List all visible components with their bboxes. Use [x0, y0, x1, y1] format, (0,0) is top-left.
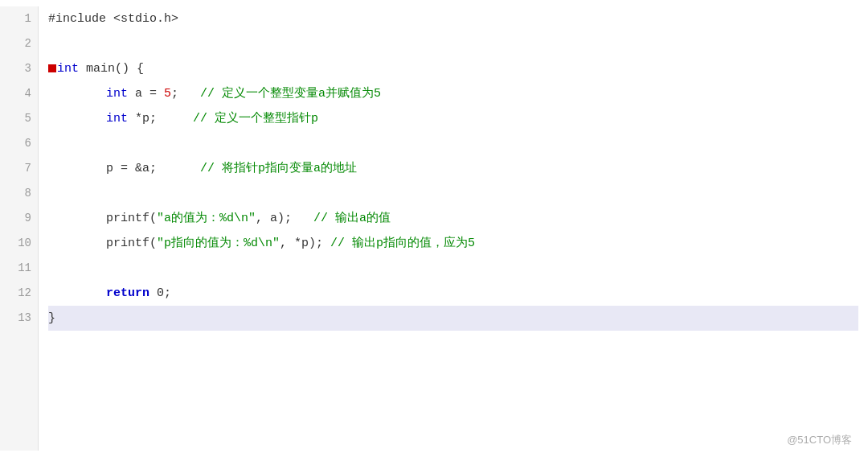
line-num-4: 4: [6, 81, 31, 106]
comment-line7: // 将指针p指向变量a的地址: [200, 156, 357, 181]
comment-line4: // 定义一个整型变量a并赋值为5: [200, 81, 381, 106]
line-num-12: 12: [6, 281, 31, 306]
code-lines: #include <stdio.h> int main() { int a = …: [39, 6, 868, 451]
printf-1-func: printf(: [106, 206, 157, 231]
type-int-p: int: [106, 106, 128, 131]
line-num-1: 1: [6, 6, 31, 31]
line-num-8: 8: [6, 181, 31, 206]
code-line-1: #include <stdio.h>: [48, 6, 858, 31]
code-line-11: [48, 256, 858, 281]
code-line-5: int *p; // 定义一个整型指针p: [48, 106, 858, 131]
code-line-6: [48, 131, 858, 156]
indent-5: [48, 106, 106, 131]
code-line-10: printf("p指向的值为：%d\n", *p); // 输出p指向的值，应为…: [48, 231, 858, 256]
assign-p: p = &a;: [106, 156, 200, 181]
line-num-9: 9: [6, 206, 31, 231]
line-num-13: 13: [6, 306, 31, 331]
keyword-return: return: [106, 281, 149, 306]
return-value: 0;: [149, 281, 171, 306]
code-line-3: int main() {: [48, 56, 858, 81]
code-line-7: p = &a; // 将指针p指向变量a的地址: [48, 156, 858, 181]
line-num-5: 5: [6, 106, 31, 131]
type-int-a: int: [106, 81, 128, 106]
pointer-p-decl: *p;: [128, 106, 193, 131]
main-func: main(): [79, 56, 137, 81]
printf-1-args: , a);: [256, 206, 313, 231]
code-area: 1 2 3 4 5 6 7 8 9 10 11 12 13 #include <…: [0, 0, 868, 457]
keyword-int-main: int: [57, 56, 79, 81]
code-line-2: [48, 31, 858, 56]
line-numbers: 1 2 3 4 5 6 7 8 9 10 11 12 13: [0, 6, 39, 451]
string-2: "p指向的值为：%d\n": [157, 231, 280, 256]
open-brace: {: [137, 56, 144, 81]
var-a-decl: a =: [128, 81, 164, 106]
line-num-11: 11: [6, 256, 31, 281]
block-icon: [48, 64, 56, 72]
line-num-6: 6: [6, 131, 31, 156]
printf-2-args: , *p);: [280, 231, 330, 256]
code-line-12: return 0;: [48, 281, 858, 306]
indent-12: [48, 281, 106, 306]
watermark: @51CTO博客: [787, 433, 852, 447]
printf-2-func: printf(: [106, 231, 157, 256]
code-line-9: printf("a的值为：%d\n", a); // 输出a的值: [48, 206, 858, 231]
line-num-7: 7: [6, 156, 31, 181]
close-brace: }: [48, 306, 55, 331]
comment-line5: // 定义一个整型指针p: [193, 106, 318, 131]
code-editor: 1 2 3 4 5 6 7 8 9 10 11 12 13 #include <…: [0, 0, 868, 457]
string-1: "a的值为：%d\n": [157, 206, 256, 231]
include-directive: #include <stdio.h>: [48, 6, 178, 31]
comment-line10: // 输出p指向的值，应为5: [330, 231, 475, 256]
indent-9: [48, 206, 106, 231]
code-line-8: [48, 181, 858, 206]
code-line-13: }: [48, 306, 858, 331]
line-num-2: 2: [6, 31, 31, 56]
line-num-3: 3: [6, 56, 31, 81]
indent-7: [48, 156, 106, 181]
comment-line9: // 输出a的值: [313, 206, 391, 231]
indent-10: [48, 231, 106, 256]
number-5: 5: [164, 81, 171, 106]
indent-4: [48, 81, 106, 106]
semicolon-4: ;: [171, 81, 200, 106]
line-num-10: 10: [6, 231, 31, 256]
code-line-4: int a = 5; // 定义一个整型变量a并赋值为5: [48, 81, 858, 106]
